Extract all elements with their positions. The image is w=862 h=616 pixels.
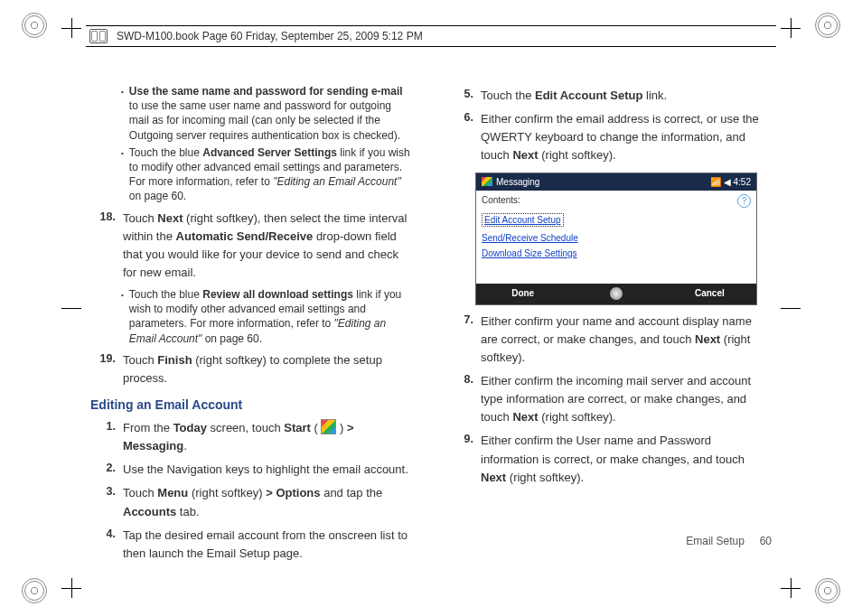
screenshot-footer: Done Cancel: [476, 284, 756, 304]
windows-start-icon: [321, 419, 336, 434]
bullet-item: •Touch the blue Review all download sett…: [121, 287, 414, 346]
screenshot-link: Download Size Settings: [482, 247, 751, 260]
step-19: 19.Touch Finish (right softkey) to compl…: [90, 351, 414, 387]
help-icon: ?: [737, 194, 751, 208]
step-6: 6.Either confirm the email address is co…: [448, 110, 772, 164]
windows-flag-icon: [482, 177, 492, 186]
left-column: •Use the same name and password for send…: [90, 81, 414, 553]
header-text: SWD-M100.book Page 60 Friday, September …: [117, 30, 423, 42]
step-7: 7.Either confirm your name and account d…: [448, 313, 772, 367]
page-footer: Email Setup 60: [686, 535, 772, 547]
page-header: SWD-M100.book Page 60 Friday, September …: [86, 25, 776, 47]
screenshot-body: ? Contents: Edit Account Setup Send/Rece…: [476, 191, 756, 284]
right-column: 5.Touch the Edit Account Setup link. 6.E…: [448, 81, 772, 553]
screenshot-link: Edit Account Setup: [482, 213, 564, 228]
registration-mark-icon: [815, 578, 840, 603]
crop-mark-icon: [781, 578, 801, 598]
step-3: 3.Touch Menu (right softkey) > Options a…: [90, 484, 414, 520]
step-18: 18.Touch Next (right softkey), then sele…: [90, 210, 414, 283]
windows-button-icon: [610, 287, 623, 300]
step-8: 8.Either confirm the incoming mail serve…: [448, 372, 772, 426]
step-5: 5.Touch the Edit Account Setup link.: [448, 87, 772, 105]
screenshot-titlebar: Messaging 📶 ◀ 4:52: [476, 173, 756, 191]
crop-mark-icon: [781, 298, 801, 318]
screenshot: Messaging 📶 ◀ 4:52 ? Contents: Edit Acco…: [475, 173, 757, 305]
step-2: 2.Use the Navigation keys to highlight t…: [90, 461, 414, 479]
step-4: 4.Tap the desired email account from the…: [90, 527, 414, 563]
crop-mark-icon: [61, 578, 81, 598]
registration-mark-icon: [815, 13, 840, 38]
book-icon: [89, 29, 108, 43]
screenshot-link: Send/Receive Schedule: [482, 232, 751, 245]
signal-icon: 📶 ◀: [710, 177, 731, 187]
crop-mark-icon: [61, 18, 81, 38]
bullet-item: •Touch the blue Advanced Server Settings…: [121, 145, 414, 204]
bullet-item: •Use the same name and password for send…: [121, 84, 414, 143]
registration-mark-icon: [22, 578, 47, 603]
step-9: 9.Either confirm the User name and Passw…: [448, 432, 772, 486]
crop-mark-icon: [781, 18, 801, 38]
section-heading: Editing an Email Account: [90, 397, 414, 414]
step-1: 1.From the Today screen, touch Start ( )…: [90, 419, 414, 455]
crop-mark-icon: [61, 298, 81, 318]
registration-mark-icon: [22, 13, 47, 38]
